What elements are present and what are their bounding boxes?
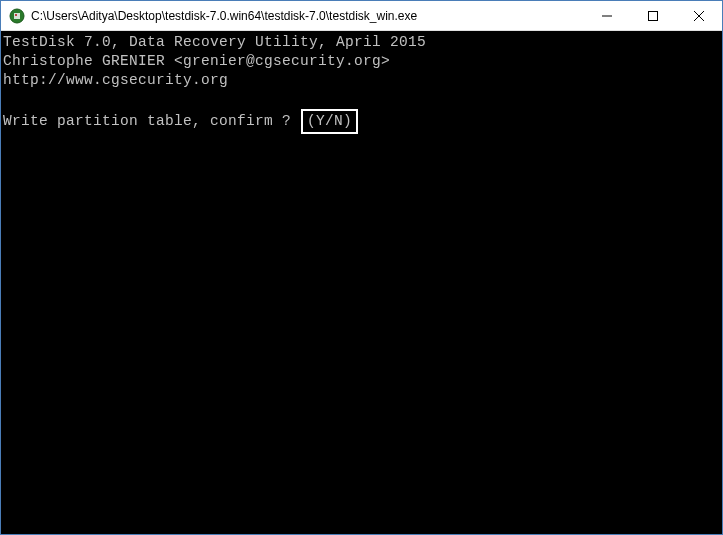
- prompt-choice-highlight: (Y/N): [301, 109, 358, 134]
- window-controls: [584, 1, 722, 30]
- console-blank-line: [3, 90, 722, 109]
- console-line: Christophe GRENIER <grenier@cgsecurity.o…: [3, 52, 722, 71]
- svg-rect-2: [15, 14, 17, 16]
- maximize-button[interactable]: [630, 1, 676, 30]
- console-prompt-line: Write partition table, confirm ? (Y/N): [3, 109, 722, 134]
- close-button[interactable]: [676, 1, 722, 30]
- svg-rect-4: [649, 11, 658, 20]
- console-line: TestDisk 7.0, Data Recovery Utility, Apr…: [3, 33, 722, 52]
- window-titlebar: C:\Users\Aditya\Desktop\testdisk-7.0.win…: [1, 1, 722, 31]
- app-icon: [9, 8, 25, 24]
- console-output[interactable]: TestDisk 7.0, Data Recovery Utility, Apr…: [1, 31, 722, 534]
- prompt-text: Write partition table, confirm ?: [3, 113, 291, 129]
- minimize-button[interactable]: [584, 1, 630, 30]
- console-line: http://www.cgsecurity.org: [3, 71, 722, 90]
- window-title: C:\Users\Aditya\Desktop\testdisk-7.0.win…: [31, 9, 584, 23]
